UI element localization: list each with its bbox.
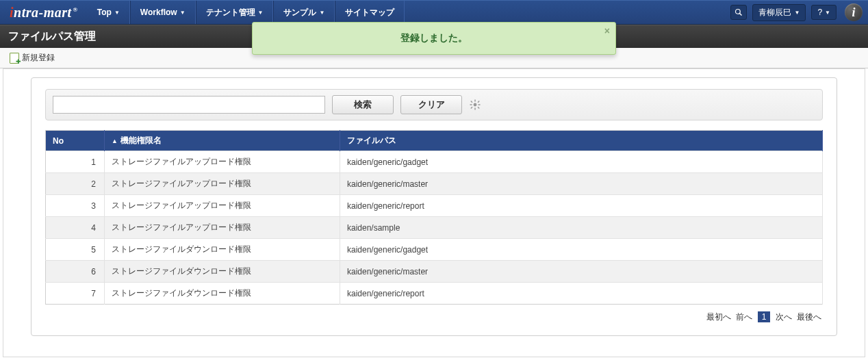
table-row[interactable]: 1ストレージファイルアップロード権限kaiden/generic/gadget: [46, 151, 823, 173]
cell-path: kaiden/generic/gadget: [340, 239, 823, 261]
cell-name: ストレージファイルアップロード権限: [105, 173, 340, 195]
table-row[interactable]: 3ストレージファイルアップロード権限kaiden/generic/report: [46, 195, 823, 217]
pager-next[interactable]: 次へ: [776, 312, 792, 322]
cell-path: kaiden/generic/master: [340, 173, 823, 195]
chevron-down-icon: ▼: [258, 10, 264, 16]
menu-sample[interactable]: サンプル▼: [273, 1, 335, 24]
chevron-down-icon: ▼: [825, 10, 830, 16]
info-icon[interactable]: i: [845, 3, 863, 21]
cell-no: 5: [46, 239, 105, 261]
cell-name: ストレージファイルダウンロード権限: [105, 261, 340, 283]
gear-icon[interactable]: [469, 99, 481, 111]
svg-rect-7: [470, 101, 472, 103]
cell-no: 2: [46, 173, 105, 195]
chevron-down-icon: ▼: [794, 10, 800, 16]
col-path[interactable]: ファイルパス: [340, 131, 823, 151]
svg-line-1: [740, 14, 742, 16]
document-plus-icon: [10, 53, 19, 64]
svg-rect-6: [478, 104, 481, 105]
menu-tenant[interactable]: テナント管理▼: [196, 1, 274, 24]
svg-rect-4: [474, 108, 476, 110]
sort-asc-icon: ▲: [112, 138, 118, 144]
search-bar: 検索 クリア: [45, 89, 823, 120]
chevron-down-icon: ▼: [180, 10, 186, 16]
cell-path: kaiden/generic/master: [340, 261, 823, 283]
cell-name: ストレージファイルアップロード権限: [105, 151, 340, 173]
menu-top[interactable]: Top▼: [88, 1, 130, 24]
chevron-down-icon: ▼: [319, 10, 324, 16]
pager: 最初へ 前へ 1 次へ 最後へ: [45, 311, 823, 323]
cell-name: ストレージファイルダウンロード権限: [105, 239, 340, 261]
content-area: 検索 クリア No ▲機能権限名 ファイルパス 1ストレージファイルアップロード…: [3, 68, 865, 357]
menu-workflow[interactable]: Workflow▼: [130, 1, 196, 24]
col-name[interactable]: ▲機能権限名: [105, 131, 340, 151]
menu: Top▼ Workflow▼ テナント管理▼ サンプル▼ サイトマップ: [88, 1, 405, 24]
cell-path: kaiden/generic/report: [340, 283, 823, 305]
table-row[interactable]: 2ストレージファイルアップロード権限kaiden/generic/master: [46, 173, 823, 195]
global-search-button[interactable]: [730, 5, 747, 20]
logo[interactable]: intra-mart®: [5, 5, 88, 21]
search-icon: [735, 8, 743, 16]
cell-no: 3: [46, 195, 105, 217]
table-row[interactable]: 4ストレージファイルアップロード権限kaiden/sample: [46, 217, 823, 239]
svg-point-2: [474, 103, 477, 107]
svg-rect-10: [470, 107, 472, 109]
panel: 検索 クリア No ▲機能権限名 ファイルパス 1ストレージファイルアップロード…: [31, 77, 837, 336]
pager-current[interactable]: 1: [758, 311, 771, 322]
nav-right: 青柳辰巳▼ ?▼ i: [730, 3, 863, 21]
cell-name: ストレージファイルアップロード権限: [105, 195, 340, 217]
svg-rect-8: [478, 107, 480, 109]
pager-last[interactable]: 最後へ: [797, 312, 821, 322]
close-icon[interactable]: ×: [604, 25, 610, 36]
cell-path: kaiden/generic/report: [340, 195, 823, 217]
top-nav: intra-mart® Top▼ Workflow▼ テナント管理▼ サンプル▼…: [0, 0, 868, 25]
svg-point-0: [736, 10, 741, 14]
table-row[interactable]: 7ストレージファイルダウンロード権限kaiden/generic/report: [46, 283, 823, 305]
cell-no: 7: [46, 283, 105, 305]
search-button[interactable]: 検索: [332, 95, 394, 114]
svg-rect-9: [478, 101, 480, 103]
cell-no: 6: [46, 261, 105, 283]
results-table: No ▲機能権限名 ファイルパス 1ストレージファイルアップロード権限kaide…: [45, 130, 823, 305]
cell-name: ストレージファイルダウンロード権限: [105, 283, 340, 305]
cell-no: 4: [46, 217, 105, 239]
clear-button[interactable]: クリア: [400, 95, 462, 114]
pager-first[interactable]: 最初へ: [706, 312, 731, 322]
col-no[interactable]: No: [46, 131, 105, 151]
toast-message: 登録しました。: [400, 32, 468, 43]
chevron-down-icon: ▼: [114, 10, 120, 16]
toast-success: 登録しました。 ×: [252, 22, 616, 55]
user-menu[interactable]: 青柳辰巳▼: [752, 4, 806, 21]
svg-rect-3: [474, 100, 476, 102]
help-menu[interactable]: ?▼: [811, 5, 837, 20]
svg-rect-5: [470, 104, 472, 105]
table-row[interactable]: 6ストレージファイルダウンロード権限kaiden/generic/master: [46, 261, 823, 283]
cell-name: ストレージファイルアップロード権限: [105, 217, 340, 239]
menu-sitemap[interactable]: サイトマップ: [335, 1, 405, 24]
pager-prev[interactable]: 前へ: [736, 312, 752, 322]
cell-no: 1: [46, 151, 105, 173]
new-button[interactable]: 新規登録: [5, 51, 59, 65]
table-header-row: No ▲機能権限名 ファイルパス: [46, 131, 823, 151]
search-input[interactable]: [53, 96, 325, 114]
cell-path: kaiden/generic/gadget: [340, 151, 823, 173]
cell-path: kaiden/sample: [340, 217, 823, 239]
table-row[interactable]: 5ストレージファイルダウンロード権限kaiden/generic/gadget: [46, 239, 823, 261]
